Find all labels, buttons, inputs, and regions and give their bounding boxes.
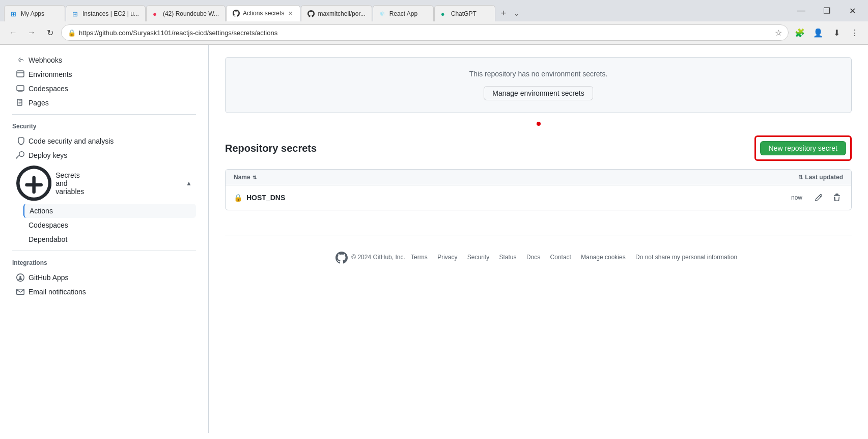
address-bar[interactable]: [79, 29, 772, 37]
tab-maxmitchell[interactable]: maxmitchell/por...: [301, 5, 372, 21]
edit-secret-button[interactable]: [813, 191, 825, 204]
secrets-table-header: Name ⇅ ⇅ Last updated: [226, 170, 851, 185]
col-name-label: Name: [234, 174, 250, 181]
new-repo-secret-button[interactable]: New repository secret: [760, 141, 846, 155]
sidebar-item-dependabot[interactable]: Dependabot: [24, 232, 196, 246]
extensions-button[interactable]: 🧩: [793, 25, 807, 40]
actions-label: Actions: [30, 207, 53, 215]
sidebar-item-email-notifications[interactable]: Email notifications: [12, 285, 196, 299]
browser-chrome: ⊞ My Apps ⊞ Instances | EC2 | u... ● (42…: [0, 0, 868, 45]
downloads-button[interactable]: ⬇: [829, 25, 844, 40]
secret-name-label: HOST_DNS: [246, 194, 285, 202]
pages-icon: [16, 99, 24, 107]
footer-copyright: © 2024 GitHub, Inc.: [351, 254, 405, 261]
tab-actions-secrets[interactable]: Actions secrets ✕: [226, 5, 300, 21]
tab-label-maxmitchell: maxmitchell/por...: [318, 10, 365, 17]
integrations-section-label: Integrations: [12, 259, 196, 266]
footer-security[interactable]: Security: [467, 254, 489, 261]
webhook-icon: [16, 56, 24, 64]
footer-terms[interactable]: Terms: [411, 254, 428, 261]
bookmark-icon[interactable]: ☆: [775, 28, 782, 38]
secret-actions: now: [791, 191, 843, 204]
sidebar-item-codespaces[interactable]: Codespaces: [12, 81, 196, 96]
toolbar-right: 🧩 👤 ⬇ ⋮: [793, 25, 862, 40]
window-controls: — ❐ ✕: [786, 3, 868, 21]
environment-icon: [16, 70, 24, 78]
manage-env-secrets-button[interactable]: Manage environment secrets: [484, 86, 593, 100]
tab-react-app[interactable]: ⚛ React App: [373, 5, 434, 21]
dependabot-label: Dependabot: [29, 235, 67, 243]
refresh-button[interactable]: ↻: [43, 25, 57, 40]
footer-docs[interactable]: Docs: [526, 254, 540, 261]
more-button[interactable]: ⋮: [848, 25, 862, 40]
footer-contact[interactable]: Contact: [550, 254, 571, 261]
sidebar-item-codespaces-sub[interactable]: Codespaces: [24, 218, 196, 232]
page-footer: © 2024 GitHub, Inc. Terms Privacy Securi…: [225, 235, 852, 280]
tab-chatgpt[interactable]: ● ChatGPT: [434, 5, 495, 21]
tab-overflow-button[interactable]: ⌄: [512, 5, 522, 21]
secrets-variables-group-header[interactable]: Secrets and variables ▲: [12, 162, 196, 204]
secret-time: now: [791, 194, 802, 201]
key-icon: [16, 151, 24, 159]
tab-label-ec2: Instances | EC2 | u...: [82, 10, 139, 17]
footer-status[interactable]: Status: [499, 254, 517, 261]
tab-label-myapps: My Apps: [21, 10, 59, 17]
sidebar-item-actions[interactable]: Actions: [23, 204, 196, 218]
red-dot-container: [225, 119, 852, 127]
minimize-button[interactable]: —: [790, 3, 813, 18]
email-notifications-label: Email notifications: [29, 288, 86, 296]
secret-name: 🔒 HOST_DNS: [234, 194, 791, 202]
tab-close-actions-secrets[interactable]: ✕: [287, 10, 294, 17]
page-layout: Webhooks Environments Codespaces Pages S…: [0, 45, 868, 433]
sidebar-item-webhooks[interactable]: Webhooks: [12, 53, 196, 67]
pages-label: Pages: [29, 99, 49, 107]
profile-button[interactable]: 👤: [811, 25, 825, 40]
sidebar-divider-1: [12, 114, 196, 115]
tab-favicon-ec2: ⊞: [72, 10, 79, 17]
sidebar-item-github-apps[interactable]: GitHub Apps: [12, 270, 196, 285]
tab-favicon-react-app: ⚛: [379, 10, 386, 17]
tab-roundcube[interactable]: ● (42) Roundcube W...: [146, 5, 226, 21]
sidebar: Webhooks Environments Codespaces Pages S…: [0, 45, 209, 433]
table-row: 🔒 HOST_DNS now: [226, 185, 851, 210]
sidebar-item-pages[interactable]: Pages: [12, 96, 196, 110]
plus-circle-icon: [16, 166, 51, 201]
env-secrets-section: This repository has no environment secre…: [225, 57, 852, 113]
footer-privacy[interactable]: Privacy: [437, 254, 457, 261]
security-section-label: Security: [12, 123, 196, 130]
environments-label: Environments: [29, 70, 72, 78]
deploy-keys-label: Deploy keys: [29, 151, 67, 159]
close-button[interactable]: ✕: [841, 3, 864, 18]
sort-icon: ⇅: [253, 175, 257, 180]
back-button[interactable]: ←: [6, 25, 20, 40]
sidebar-item-code-security[interactable]: Code security and analysis: [12, 134, 196, 148]
shield-icon: [16, 137, 24, 145]
col-updated: ⇅ Last updated: [798, 174, 843, 181]
main-content: This repository has no environment secre…: [209, 45, 868, 433]
tab-favicon-maxmitchell: [307, 10, 315, 17]
tab-favicon-actions-secrets: [233, 10, 240, 17]
address-bar-container[interactable]: 🔒 ☆: [61, 24, 789, 41]
new-tab-button[interactable]: +: [496, 5, 512, 21]
col-name[interactable]: Name ⇅: [234, 174, 257, 181]
restore-button[interactable]: ❐: [815, 3, 838, 18]
tab-label-chatgpt: ChatGPT: [451, 10, 489, 17]
red-dot-indicator: [537, 122, 541, 126]
forward-button[interactable]: →: [24, 25, 39, 40]
tab-ec2[interactable]: ⊞ Instances | EC2 | u...: [66, 5, 146, 21]
secrets-variables-label: Secrets and variables: [16, 166, 89, 201]
env-message: This repository has no environment secre…: [238, 70, 839, 78]
sidebar-item-environments[interactable]: Environments: [12, 67, 196, 81]
delete-secret-button[interactable]: [831, 191, 843, 204]
tab-myapps[interactable]: ⊞ My Apps: [4, 5, 65, 21]
github-footer-icon: [335, 252, 348, 264]
tab-label-roundcube: (42) Roundcube W...: [163, 10, 219, 17]
sidebar-item-deploy-keys[interactable]: Deploy keys: [12, 148, 196, 162]
mail-icon: [16, 288, 24, 296]
security-icon: 🔒: [68, 29, 76, 37]
footer-manage-cookies[interactable]: Manage cookies: [581, 254, 625, 261]
footer-do-not-share[interactable]: Do not share my personal information: [635, 254, 737, 261]
codespaces-icon: [16, 85, 24, 93]
chevron-up-icon: ▲: [186, 180, 192, 187]
svg-rect-1: [17, 86, 24, 91]
